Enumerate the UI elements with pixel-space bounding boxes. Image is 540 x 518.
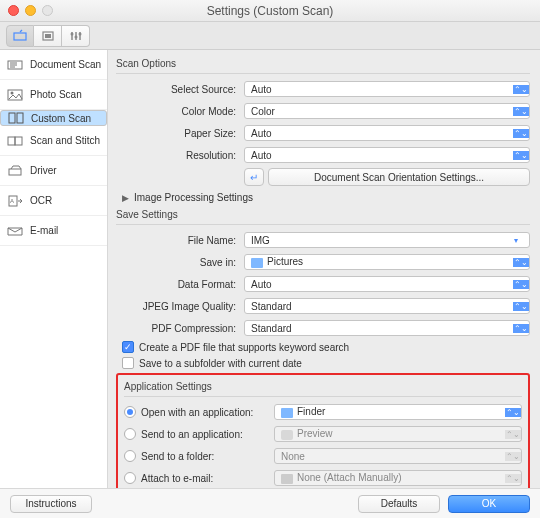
sidebar-item-label: Document Scan bbox=[30, 59, 101, 70]
custom-icon bbox=[7, 111, 25, 125]
ocr-icon: A bbox=[6, 194, 24, 208]
sidebar-item-label: Photo Scan bbox=[30, 89, 82, 100]
triangle-right-icon: ▶ bbox=[122, 193, 129, 203]
chevron-updown-icon: ⌃⌄ bbox=[513, 280, 529, 289]
toolbar bbox=[0, 22, 540, 50]
svg-rect-18 bbox=[15, 137, 22, 145]
svg-point-6 bbox=[70, 32, 73, 35]
send-to-app-radio[interactable] bbox=[124, 428, 136, 440]
instructions-button[interactable]: Instructions bbox=[10, 495, 92, 513]
color-mode-dropdown[interactable]: Color⌃⌄ bbox=[244, 103, 530, 119]
image-processing-disclosure[interactable]: ▶ Image Processing Settings bbox=[122, 192, 530, 203]
subfolder-date-checkbox[interactable] bbox=[122, 357, 134, 369]
data-format-dropdown[interactable]: Auto⌃⌄ bbox=[244, 276, 530, 292]
attach-email-label: Attach to e-mail: bbox=[141, 473, 213, 484]
tab-scan-from-computer[interactable] bbox=[6, 25, 34, 47]
open-with-app-radio[interactable] bbox=[124, 406, 136, 418]
chevron-updown-icon: ⌃⌄ bbox=[513, 151, 529, 160]
data-format-label: Data Format: bbox=[116, 279, 244, 290]
send-to-folder-radio[interactable] bbox=[124, 450, 136, 462]
chevron-updown-icon: ⌃⌄ bbox=[513, 107, 529, 116]
sidebar: Document Scan Photo Scan Custom Scan Sca… bbox=[0, 50, 108, 488]
svg-rect-19 bbox=[9, 169, 21, 175]
select-source-dropdown[interactable]: Auto⌃⌄ bbox=[244, 81, 530, 97]
svg-rect-0 bbox=[14, 33, 26, 40]
sidebar-item-photo-scan[interactable]: Photo Scan bbox=[0, 80, 107, 110]
tab-general-settings[interactable] bbox=[62, 25, 90, 47]
attach-email-dropdown: None (Attach Manually)⌃⌄ bbox=[274, 470, 522, 486]
save-in-dropdown[interactable]: Pictures⌃⌄ bbox=[244, 254, 530, 270]
sidebar-item-ocr[interactable]: A OCR bbox=[0, 186, 107, 216]
scan-options-title: Scan Options bbox=[116, 58, 530, 69]
paper-size-label: Paper Size: bbox=[116, 128, 244, 139]
chevron-updown-icon: ⌃⌄ bbox=[513, 85, 529, 94]
preview-icon bbox=[281, 430, 293, 440]
chevron-updown-icon: ⌃⌄ bbox=[505, 474, 521, 483]
sidebar-item-label: Driver bbox=[30, 165, 57, 176]
paper-size-dropdown[interactable]: Auto⌃⌄ bbox=[244, 125, 530, 141]
tab-scan-from-panel[interactable] bbox=[34, 25, 62, 47]
svg-point-14 bbox=[11, 91, 14, 94]
sidebar-item-driver[interactable]: Driver bbox=[0, 156, 107, 186]
chevron-updown-icon: ⌃⌄ bbox=[513, 129, 529, 138]
ok-button[interactable]: OK bbox=[448, 495, 530, 513]
sidebar-item-label: E-mail bbox=[30, 225, 58, 236]
svg-rect-16 bbox=[17, 113, 23, 123]
driver-icon bbox=[6, 164, 24, 178]
sidebar-item-document-scan[interactable]: Document Scan bbox=[0, 50, 107, 80]
keyword-search-label: Create a PDF file that supports keyword … bbox=[139, 342, 349, 353]
send-to-folder-label: Send to a folder: bbox=[141, 451, 214, 462]
sidebar-item-label: Custom Scan bbox=[31, 113, 91, 124]
sidebar-item-email[interactable]: E-mail bbox=[0, 216, 107, 246]
chevron-down-icon: ▾ bbox=[509, 236, 523, 245]
svg-rect-17 bbox=[8, 137, 15, 145]
orientation-reset-button[interactable]: ↵ bbox=[244, 168, 264, 186]
svg-text:A: A bbox=[10, 198, 14, 204]
subfolder-date-label: Save to a subfolder with current date bbox=[139, 358, 302, 369]
orientation-settings-button[interactable]: Document Scan Orientation Settings... bbox=[268, 168, 530, 186]
sidebar-item-scan-and-stitch[interactable]: Scan and Stitch bbox=[0, 126, 107, 156]
send-to-folder-dropdown: None⌃⌄ bbox=[274, 448, 522, 464]
color-mode-label: Color Mode: bbox=[116, 106, 244, 117]
defaults-button[interactable]: Defaults bbox=[358, 495, 440, 513]
content-pane: Scan Options Select Source: Auto⌃⌄ Color… bbox=[108, 50, 540, 488]
pdf-compression-label: PDF Compression: bbox=[116, 323, 244, 334]
titlebar: Settings (Custom Scan) bbox=[0, 0, 540, 22]
pdf-compression-dropdown[interactable]: Standard⌃⌄ bbox=[244, 320, 530, 336]
sidebar-item-label: Scan and Stitch bbox=[30, 135, 100, 146]
sidebar-item-custom-scan[interactable]: Custom Scan bbox=[0, 110, 107, 126]
chevron-updown-icon: ⌃⌄ bbox=[505, 430, 521, 439]
resolution-label: Resolution: bbox=[116, 150, 244, 161]
send-to-app-label: Send to an application: bbox=[141, 429, 243, 440]
stitch-icon bbox=[6, 134, 24, 148]
folder-icon bbox=[251, 258, 263, 268]
window-title: Settings (Custom Scan) bbox=[0, 4, 540, 18]
chevron-updown-icon: ⌃⌄ bbox=[513, 258, 529, 267]
save-settings-title: Save Settings bbox=[116, 209, 530, 220]
select-source-label: Select Source: bbox=[116, 84, 244, 95]
resolution-dropdown[interactable]: Auto⌃⌄ bbox=[244, 147, 530, 163]
mail-icon bbox=[281, 474, 293, 484]
open-with-app-dropdown[interactable]: Finder⌃⌄ bbox=[274, 404, 522, 420]
footer: Instructions Defaults OK bbox=[0, 488, 540, 518]
chevron-updown-icon: ⌃⌄ bbox=[505, 452, 521, 461]
photo-icon bbox=[6, 88, 24, 102]
open-with-app-label: Open with an application: bbox=[141, 407, 253, 418]
finder-icon bbox=[281, 408, 293, 418]
application-settings-section: Application Settings Open with an applic… bbox=[116, 373, 530, 488]
save-in-label: Save in: bbox=[116, 257, 244, 268]
svg-rect-15 bbox=[9, 113, 15, 123]
attach-email-radio[interactable] bbox=[124, 472, 136, 484]
svg-point-7 bbox=[74, 35, 77, 38]
jpeg-quality-dropdown[interactable]: Standard⌃⌄ bbox=[244, 298, 530, 314]
chevron-updown-icon: ⌃⌄ bbox=[505, 408, 521, 417]
application-settings-title: Application Settings bbox=[124, 381, 522, 392]
email-icon bbox=[6, 224, 24, 238]
file-name-input[interactable]: IMG▾ bbox=[244, 232, 530, 248]
jpeg-quality-label: JPEG Image Quality: bbox=[116, 301, 244, 312]
send-to-app-dropdown: Preview⌃⌄ bbox=[274, 426, 522, 442]
keyword-search-checkbox[interactable]: ✓ bbox=[122, 341, 134, 353]
reset-icon: ↵ bbox=[250, 172, 258, 183]
chevron-updown-icon: ⌃⌄ bbox=[513, 324, 529, 333]
svg-point-8 bbox=[78, 32, 81, 35]
